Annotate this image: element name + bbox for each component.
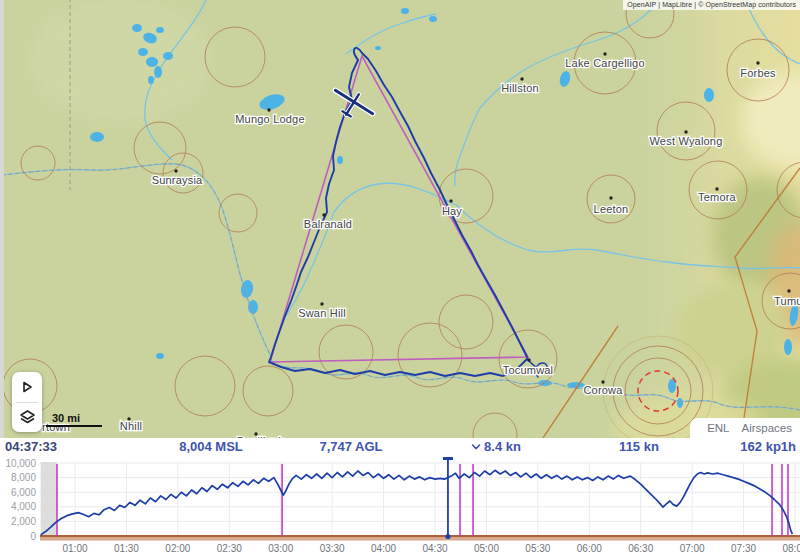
- x-axis-tick-label: 02:00: [165, 543, 190, 554]
- stat-vario-value: 8.4 kn: [484, 439, 521, 454]
- place-dot: [174, 169, 177, 172]
- x-axis-tick-label: 06:30: [628, 543, 653, 554]
- stat-altitude-msl: 8,004 MSL: [179, 439, 243, 454]
- map-place-label: Balranald: [304, 218, 352, 230]
- place-dot: [787, 289, 790, 292]
- x-axis-tick-label: 08:00: [783, 543, 800, 554]
- map-canvas[interactable]: Mungo LodgeSunraysiaBalranaldHaySwan Hil…: [0, 0, 800, 438]
- y-axis-tick-label: 6,000: [11, 487, 36, 498]
- toggle-enl[interactable]: ENL: [707, 422, 729, 434]
- x-axis-tick-label: 02:30: [217, 543, 242, 554]
- chevron-down-icon: [471, 443, 481, 451]
- x-axis-tick-label: 07:00: [680, 543, 705, 554]
- x-axis-tick-label: 03:00: [268, 543, 293, 554]
- x-axis-tick-label: 03:30: [320, 543, 345, 554]
- toggle-airspaces[interactable]: Airspaces: [742, 422, 793, 434]
- place-dot: [267, 108, 270, 111]
- place-dot: [449, 199, 452, 202]
- map-place-label: Hillston: [501, 82, 539, 94]
- place-dot: [527, 358, 530, 361]
- x-axis-tick-label: 01:30: [114, 543, 139, 554]
- map-place-label: Leeton: [594, 203, 629, 215]
- place-dot: [322, 213, 325, 216]
- place-dot: [684, 130, 687, 133]
- y-axis-tick-label: 10,000: [5, 458, 36, 469]
- altitude-line: [41, 470, 793, 535]
- y-axis-tick-label: 4,000: [11, 501, 36, 512]
- y-axis-tick-label: 8,000: [11, 472, 36, 483]
- map-place-label: Mungo Lodge: [235, 113, 304, 125]
- place-dot: [603, 52, 606, 55]
- place-dot: [520, 77, 523, 80]
- pre-start-region: [41, 462, 57, 536]
- map-place-label: West Wyalong: [649, 135, 722, 147]
- stat-task-speed: 162 kp1h: [740, 439, 796, 454]
- overlay-toggles: ENL Airspaces: [690, 418, 800, 438]
- barogram[interactable]: 02,0004,0006,0008,00010,00001:0001:3002:…: [0, 456, 800, 560]
- scale-label: 30 mi: [52, 412, 102, 424]
- x-axis-tick-label: 07:30: [731, 543, 756, 554]
- map-place-label: Hay: [442, 205, 462, 217]
- stat-ground-speed: 115 kn: [619, 439, 659, 454]
- flight-analysis-app: Mungo LodgeSunraysiaBalranaldHaySwan Hil…: [0, 0, 800, 560]
- play-button[interactable]: [12, 372, 42, 402]
- place-dot: [609, 196, 612, 199]
- left-edge-strip: [0, 0, 4, 438]
- map-controls: [12, 372, 42, 432]
- x-axis-tick-label: 05:30: [525, 543, 550, 554]
- layers-icon: [19, 409, 36, 426]
- map-place-label: Forbes: [740, 67, 776, 79]
- scale-bar: [46, 425, 102, 427]
- stat-vario[interactable]: 8.4 kn: [471, 439, 521, 454]
- map-place-label: Tocumwal: [503, 364, 554, 376]
- place-dot: [756, 61, 759, 64]
- map-scale: 30 mi: [46, 412, 102, 427]
- x-axis-tick-label: 04:00: [371, 543, 396, 554]
- play-icon: [19, 379, 35, 395]
- layers-button[interactable]: [12, 403, 42, 433]
- x-axis-tick-label: 01:00: [62, 543, 87, 554]
- y-axis-tick-label: 0: [30, 531, 36, 542]
- x-axis-tick-label: 06:00: [577, 543, 602, 554]
- map-place-label: Nhill: [120, 420, 142, 432]
- map-place-label: Lake Cargelligo: [565, 57, 644, 69]
- stats-bar: 04:37:33 8,004 MSL 7,747 AGL 8.4 kn 115 …: [0, 438, 800, 456]
- map-attribution: OpenAIP | MapLibre | © OpenStreetMap con…: [623, 0, 800, 10]
- map-place-label: Corowa: [583, 384, 623, 396]
- map-place-label: Sunraysia: [152, 174, 203, 186]
- map[interactable]: Mungo LodgeSunraysiaBalranaldHaySwan Hil…: [0, 0, 800, 438]
- time-cursor-base[interactable]: [445, 534, 450, 539]
- map-place-label: Swan Hill: [298, 307, 346, 319]
- x-axis-tick-label: 05:00: [474, 543, 499, 554]
- stat-time: 04:37:33: [5, 439, 57, 454]
- place-dot: [320, 302, 323, 305]
- stat-altitude-agl: 7,747 AGL: [319, 439, 382, 454]
- map-place-label: Tumut: [774, 295, 800, 307]
- bottom-panel: ENL Airspaces 04:37:33 8,004 MSL 7,747 A…: [0, 438, 800, 560]
- x-axis-tick-label: 04:30: [422, 543, 447, 554]
- map-place-label: Temora: [698, 191, 737, 203]
- y-axis-tick-label: 2,000: [11, 516, 36, 527]
